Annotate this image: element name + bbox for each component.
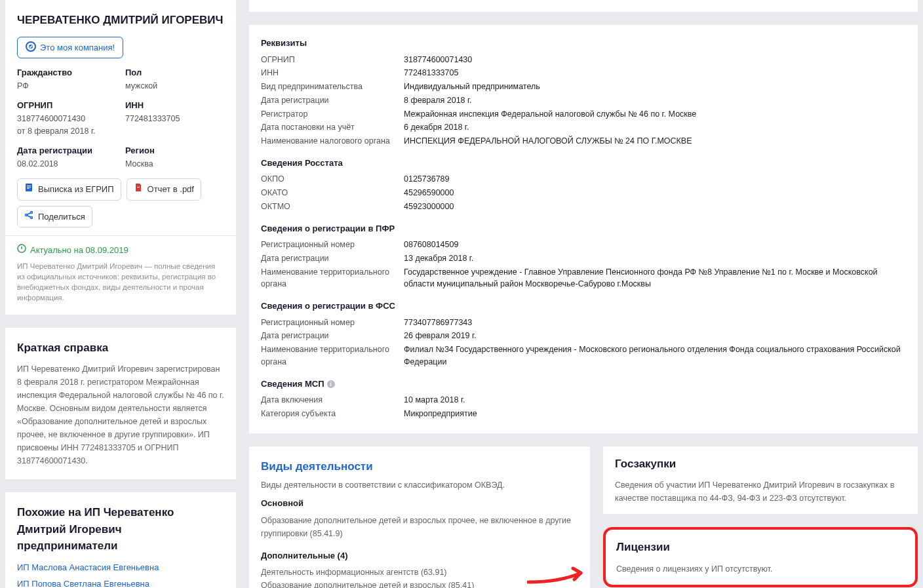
brief-text: ИП Череватенко Дмитрий Игоревич зарегист… bbox=[17, 363, 224, 467]
svg-point-8 bbox=[26, 214, 28, 216]
activities-card: Виды деятельности Виды деятельности в со… bbox=[249, 446, 590, 589]
share-icon bbox=[24, 210, 33, 224]
licenses-annotated: Лицензии Сведения о лицензиях у ИП отсут… bbox=[603, 527, 918, 587]
regdate-value: 08.02.2018 bbox=[17, 158, 116, 170]
fss-title: Сведения о регистрации в ФСС bbox=[261, 300, 906, 313]
inn-label: ИНН bbox=[125, 99, 224, 112]
sex-label: Пол bbox=[125, 66, 224, 79]
target-icon bbox=[26, 41, 36, 54]
egrip-extract-button[interactable]: Выписка из ЕГРИП bbox=[17, 178, 121, 201]
document-icon bbox=[24, 183, 33, 196]
similar-link[interactable]: ИП Маслова Анастасия Евгеньевна bbox=[17, 561, 224, 574]
info-badge-icon: i bbox=[327, 380, 335, 388]
msp-title: Сведения МСПi bbox=[261, 378, 906, 391]
pfr-title: Сведения о регистрации в ПФР bbox=[261, 222, 906, 235]
ogrnip-label: ОГРНИП bbox=[17, 99, 116, 112]
similar-title: Похожие на ИП Череватенко Дмитрий Игорев… bbox=[17, 504, 224, 555]
goszakupki-card: Госзакупки Сведения об участии ИП Черева… bbox=[603, 446, 918, 515]
ogrnip-date: от 8 февраля 2018 г. bbox=[17, 125, 116, 138]
main-activity-label: Основной bbox=[261, 497, 578, 510]
svg-point-7 bbox=[31, 211, 33, 213]
licenses-card: Лицензии Сведения о лицензиях у ИП отсут… bbox=[603, 527, 918, 587]
status-line: Актуально на 08.09.2019 bbox=[17, 244, 224, 257]
citizenship-label: Гражданство bbox=[17, 66, 116, 79]
activities-title[interactable]: Виды деятельности bbox=[261, 460, 373, 473]
similar-link[interactable]: ИП Попова Светлана Евгеньевна bbox=[17, 578, 224, 588]
info-icon bbox=[17, 244, 26, 257]
share-button[interactable]: Поделиться bbox=[17, 206, 92, 228]
region-value: Москва bbox=[125, 158, 224, 170]
main-activity-value: Образование дополнительное детей и взрос… bbox=[261, 514, 578, 540]
regdate-label: Дата регистрации bbox=[17, 144, 116, 157]
activities-sub: Виды деятельности в соответствии с класс… bbox=[261, 479, 578, 492]
rosstat-title: Сведения Росстата bbox=[261, 157, 906, 170]
inn-value: 772481333705 bbox=[125, 113, 224, 125]
annotation-arrow bbox=[527, 565, 593, 589]
goszakupki-title: Госзакупки bbox=[615, 456, 906, 473]
svg-point-9 bbox=[31, 216, 33, 218]
similar-card: Похожие на ИП Череватенко Дмитрий Игорев… bbox=[5, 492, 236, 588]
svg-rect-6 bbox=[137, 187, 140, 187]
citizenship-value: РФ bbox=[17, 80, 116, 92]
req-title: Реквизиты bbox=[261, 37, 906, 50]
brief-card: Краткая справка ИП Череватенко Дмитрий И… bbox=[5, 328, 236, 480]
pdf-report-button[interactable]: Отчет в .pdf bbox=[127, 178, 201, 201]
brief-title: Краткая справка bbox=[17, 340, 224, 357]
goszakupki-text: Сведения об участии ИП Череватенко Дмитр… bbox=[615, 479, 906, 505]
status-desc: ИП Череватенко Дмитрий Игоревич — полные… bbox=[17, 261, 224, 303]
svg-rect-5 bbox=[27, 188, 29, 189]
extra-activity-label: Дополнительные (4) bbox=[261, 549, 578, 562]
licenses-title: Лицензии bbox=[616, 539, 905, 556]
claim-company-button[interactable]: Это моя компания! bbox=[17, 37, 123, 58]
licenses-text: Сведения о лицензиях у ИП отсутствуют. bbox=[616, 562, 905, 576]
profile-card: ЧЕРЕВАТЕНКО ДМИТРИЙ ИГОРЕВИЧ Это моя ком… bbox=[5, 0, 236, 315]
entrepreneur-name: ЧЕРЕВАТЕНКО ДМИТРИЙ ИГОРЕВИЧ bbox=[17, 12, 224, 29]
requisites-card: Реквизиты ОГРНИП318774600071430 ИНН77248… bbox=[249, 25, 918, 433]
region-label: Регион bbox=[125, 144, 224, 157]
pdf-icon bbox=[134, 183, 143, 196]
sex-value: мужской bbox=[125, 80, 224, 92]
svg-rect-3 bbox=[27, 186, 31, 186]
spacer-bar bbox=[249, 0, 918, 12]
svg-rect-4 bbox=[27, 187, 31, 187]
ogrnip-value: 318774600071430 bbox=[17, 113, 116, 125]
